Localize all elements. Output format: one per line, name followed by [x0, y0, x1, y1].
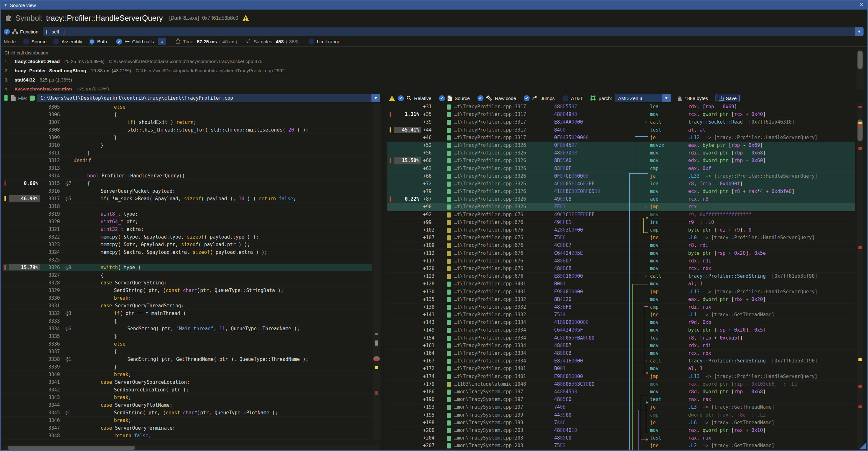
asm-location[interactable]: …t\TracyProfiler.cpp:3401 [454, 373, 526, 380]
asm-location[interactable]: …t\TracyProfiler.hpp:676 [454, 250, 523, 257]
asm-row[interactable]: +92…t\TracyProfiler.hpp:67649C7C1FFFFFFF… [388, 211, 855, 219]
asm-row[interactable]: +66…t\TracyProfiler.cpp:33260F87CE060000… [388, 173, 855, 180]
asm-location[interactable]: …t\TracyProfiler.hpp:676 [454, 234, 523, 241]
source-line-row[interactable]: 3348return false; [3, 432, 372, 440]
asm-location[interactable]: …t\TracyProfiler.cpp:3326 [454, 203, 526, 211]
save-button[interactable]: Save [716, 94, 740, 102]
source-line-row[interactable]: 3328case ServerQueryString: [3, 279, 372, 287]
source-line-row[interactable]: 3333{ [3, 317, 372, 325]
asm-row[interactable]: +204…mon\TracySystem.cpp:2034885C0testra… [388, 434, 855, 442]
asm-location[interactable]: …mon\TracySystem.cpp:197 [454, 403, 523, 411]
asm-row[interactable]: +52…t\TracyProfiler.cpp:33260FB64597movz… [388, 142, 855, 149]
window-titlebar[interactable]: ▼ Source view × [1, 1, 867, 9]
asm-row[interactable]: +90…t\TracyProfiler.cpp:3326FFE1‹jmprcx [388, 203, 855, 211]
asm-row[interactable]: +102…t\TracyProfiler.hpp:67642803C0F00cm… [388, 227, 855, 234]
asm-row[interactable]: +154…t\TracyProfiler.cpp:33344C8D055FBA0… [388, 334, 855, 342]
asm-location[interactable]: …mon\TracySystem.cpp:203 [454, 442, 523, 449]
asm-row[interactable]: +99…t\TracyProfiler.hpp:67649FFC1incr9 ;… [388, 219, 855, 227]
asm-row[interactable]: +174…t\TracyProfiler.cpp:3401E9B8010000j… [388, 373, 855, 381]
jumps-checkbox[interactable]: ✓ [524, 95, 530, 101]
asm-location[interactable]: …t\TracyProfiler.cpp:3326 [454, 173, 526, 180]
source-line-row[interactable]: 3305else [3, 103, 372, 111]
source-line-row[interactable]: 3343break; [3, 394, 372, 401]
source-checkbox[interactable]: ✓ [439, 95, 445, 101]
source-line-row[interactable]: 3334@6SendString( ptr, "Main thread", 11… [3, 325, 372, 332]
asm-row[interactable]: +186…mon\TracySystem.cpp:197448B4598movr… [388, 388, 855, 396]
asm-location[interactable]: …t\TracyProfiler.cpp:3326 [454, 142, 526, 149]
asm-row[interactable]: +135…t\TracyProfiler.cpp:33328B4320movea… [388, 296, 855, 304]
source-line-row[interactable]: 3309} [3, 134, 372, 142]
source-line-row[interactable]: 3331case ServerQueryThreadString: [3, 302, 372, 309]
asm-location[interactable]: …mon\TracySystem.cpp:199 [454, 412, 523, 419]
source-line-row[interactable]: 3307if( shouldExit ) return; [3, 119, 372, 126]
source-line-row[interactable]: 3339} [3, 363, 372, 371]
asm-row[interactable]: +198…mon\TracySystem.cpp:199744Cje.L6 ->… [388, 419, 855, 427]
pane-divider[interactable] [383, 93, 383, 450]
relative-checkbox[interactable]: ✓ [398, 95, 404, 101]
asm-row[interactable]: 1.31%+35…t\TracyProfiler.cpp:3317488B494… [388, 111, 855, 119]
asm-row[interactable]: +63…t\TracyProfiler.cpp:332683F80Fcmpeax… [388, 165, 855, 173]
asm-row[interactable]: +190…mon\TracySystem.cpp:1974885C0testra… [388, 396, 855, 403]
source-line-row[interactable]: 3324memcpy( &extra, &payload.extra, size… [3, 248, 372, 256]
asm-location[interactable]: …t\TracyProfiler.hpp:676 [454, 273, 523, 280]
source-line-row[interactable]: 3311} [3, 149, 372, 157]
source-line-row[interactable]: 3313 [3, 164, 372, 172]
asm-row[interactable]: 15.50%+60…t\TracyProfiler.cpp:33268B55A0… [388, 157, 855, 165]
asm-location[interactable]: …t\TracyProfiler.hpp:676 [454, 211, 523, 218]
source-line-row[interactable]: 3349case ServerQueryCallstackFrame: [3, 440, 372, 440]
asm-row[interactable]: +79…t\TracyProfiler.cpp:3326418B8C80E0BF… [388, 188, 855, 196]
asm-row[interactable]: +72…t\TracyProfiler.cpp:33264C8D05F146F2… [388, 180, 855, 188]
source-line-row[interactable]: 3337{ [3, 348, 372, 356]
asm-location[interactable]: …t\TracyProfiler.cpp:3334 [454, 342, 526, 350]
asm-row[interactable]: +112…t\TracyProfiler.hpp:676C64424205Emo… [388, 250, 855, 257]
asm-location[interactable]: …t\TracyProfiler.cpp:3332 [454, 296, 526, 303]
asm-location[interactable]: …mon\TracySystem.cpp:197 [454, 396, 523, 403]
asm-location[interactable]: …t\TracyProfiler.cpp:3326 [454, 149, 526, 157]
asm-row[interactable]: +179…1103\include\atomic:1048488B05B63C1… [388, 381, 855, 388]
assembly-vscrollbar[interactable] [857, 103, 863, 450]
source-line-row[interactable]: 3308std::this_thread::sleep_for( std::ch… [3, 126, 372, 134]
scrollbar-handle[interactable] [8, 446, 135, 450]
asm-location[interactable]: …t\TracyProfiler.cpp:3334 [454, 319, 526, 326]
asm-row[interactable]: +128…t\TracyProfiler.cpp:3401B001moval, … [388, 280, 855, 288]
source-line-row[interactable]: 3310} [3, 142, 372, 149]
source-line-row[interactable]: 3344case ServerQueryPlotName: [3, 401, 372, 409]
asm-location[interactable]: …t\TracyProfiler.cpp:3326 [454, 165, 526, 172]
source-line-row[interactable]: 3325 [3, 256, 372, 264]
distribution-item[interactable]: 1. tracy::Socket::Read 25.25 ms (54.89%)… [4, 57, 858, 66]
asm-row[interactable]: +39…t\TracyProfiler.cpp:3317E824AA0000‹c… [388, 119, 855, 126]
asm-location[interactable]: …t\TracyProfiler.cpp:3334 [454, 357, 526, 365]
asm-row[interactable]: +195…mon\TracySystem.cpp:199443900cmpdwo… [388, 412, 855, 419]
asm-location[interactable]: …t\TracyProfiler.cpp:3401 [454, 288, 526, 296]
source-line-row[interactable]: 3338@1SendString( ptr, GetThreadName( pt… [3, 356, 372, 363]
asm-location[interactable]: …mon\TracySystem.cpp:258 [454, 450, 523, 451]
asm-row[interactable]: +120…t\TracyProfiler.hpp:676488BCBmovrcx… [388, 265, 855, 273]
distribution-item[interactable]: 2. tracy::Profiler::SendLongString 19.88… [4, 66, 858, 75]
asm-location[interactable]: …t\TracyProfiler.cpp:3332 [454, 311, 526, 319]
source-line-row[interactable]: 3314bool Profiler::HandleServerQuery() [3, 172, 372, 180]
source-line-row[interactable]: 3341case ServerQuerySourceLocation: [3, 379, 372, 386]
limit-range-checkbox[interactable] [308, 38, 314, 44]
asm-location[interactable]: …t\TracyProfiler.cpp:3401 [454, 280, 526, 288]
asm-location[interactable]: …1103\include\atomic:1048 [454, 381, 526, 388]
asm-location[interactable]: …t\TracyProfiler.hpp:676 [454, 219, 523, 226]
file-combo[interactable]: C:\Users\wolf\Desktop\darkrl\contrib\tra… [37, 94, 380, 102]
asm-location[interactable]: …t\TracyProfiler.cpp:3401 [454, 365, 526, 372]
source-line-row[interactable]: 3336else [3, 340, 372, 348]
source-line-row[interactable]: 3306{ [3, 111, 372, 119]
asm-row[interactable]: +141…t\TracyProfiler.cpp:33327524jne.L1 … [388, 311, 855, 319]
asm-location[interactable]: …mon\TracySystem.cpp:199 [454, 419, 523, 426]
source-code-view[interactable]: 3305else3306{3307if( shouldExit ) return… [3, 103, 372, 440]
asm-row[interactable]: +149…t\TracyProfiler.cpp:3334C64424205Fm… [388, 327, 855, 334]
asm-row[interactable]: +109…t\TracyProfiler.hpp:6764C8BC7movr8,… [388, 242, 855, 249]
distribution-item[interactable]: 4. KeSynchronizeExecution 125 µs (0.27%) [4, 84, 858, 90]
asm-row[interactable]: 45.41%+44…t\TracyProfiler.cpp:331784C0te… [388, 126, 855, 134]
collapse-icon[interactable]: ▼ [4, 3, 7, 7]
asm-location[interactable]: …t\TracyProfiler.cpp:3317 [454, 126, 526, 134]
asm-row[interactable]: 0.22%+87…t\TracyProfiler.cpp:33264903C8a… [388, 196, 855, 203]
source-line-row[interactable]: 3321uint32_t extra; [3, 226, 372, 233]
asm-location[interactable]: …t\TracyProfiler.cpp:3326 [454, 157, 526, 164]
distribution-item[interactable]: 3. stat64i32 625 µs (1.36%) [4, 75, 858, 84]
asm-location[interactable]: …t\TracyProfiler.cpp:3326 [454, 188, 526, 195]
collapse-distribution-button[interactable]: ▲ [158, 38, 166, 45]
